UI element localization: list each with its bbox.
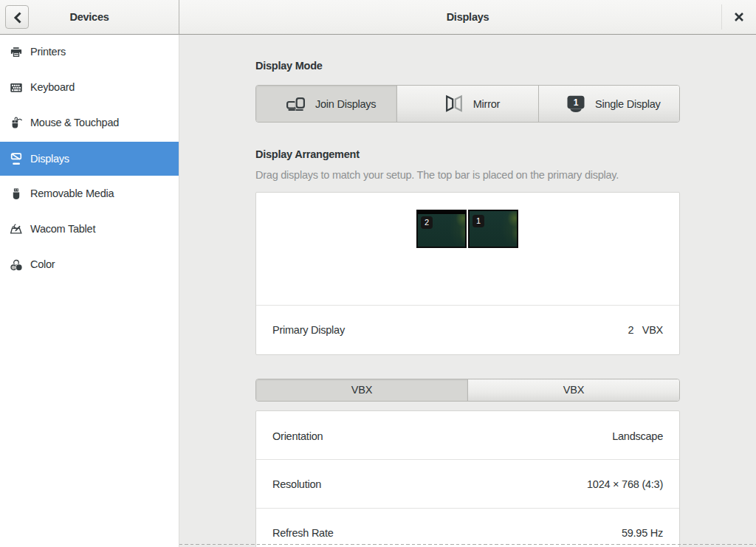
svg-text:1: 1 [574, 97, 579, 108]
